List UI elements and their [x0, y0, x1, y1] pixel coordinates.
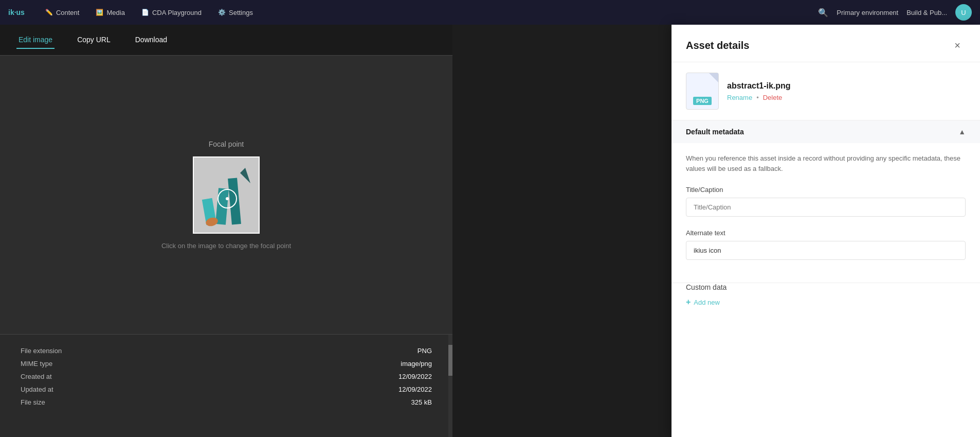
file-extension-row: File extension PNG	[21, 347, 432, 355]
settings-icon: ⚙️	[218, 9, 226, 16]
custom-data-label: Custom data	[686, 283, 966, 291]
add-new-label: Add new	[694, 299, 720, 306]
title-caption-label: Title/Caption	[686, 186, 966, 194]
nav-item-media[interactable]: 🖼️ Media	[96, 9, 124, 16]
environment-label: Primary environment	[837, 9, 898, 16]
focal-point-area: Focal point Click on the image to change…	[0, 56, 452, 334]
copy-url-button[interactable]: Copy URL	[75, 31, 113, 49]
png-badge: PNG	[693, 97, 712, 105]
modal-title: Asset details	[686, 40, 749, 51]
file-info-scrollbar[interactable]	[448, 335, 452, 437]
download-button[interactable]: Download	[133, 31, 169, 49]
close-button[interactable]: ×	[949, 37, 966, 54]
file-extension-value: PNG	[418, 347, 432, 355]
file-info-section: File extension PNG MIME type image/png C…	[0, 334, 452, 437]
title-caption-field-group: Title/Caption	[686, 186, 966, 217]
asset-file-header: PNG abstract1-ik.png Rename • Delete	[672, 62, 980, 120]
search-icon[interactable]: 🔍	[818, 8, 828, 18]
asset-file-info: abstract1-ik.png Rename • Delete	[727, 81, 966, 101]
created-at-value: 12/09/2022	[398, 373, 432, 380]
asset-filename: abstract1-ik.png	[727, 81, 966, 91]
chevron-up-icon: ▲	[958, 128, 966, 136]
nav-item-settings[interactable]: ⚙️ Settings	[218, 9, 253, 16]
metadata-section-title: Default metadata	[686, 128, 744, 136]
focal-instruction: Click on the image to change the focal p…	[161, 242, 291, 250]
add-new-button[interactable]: + Add new	[686, 298, 966, 307]
edit-image-button[interactable]: Edit image	[16, 31, 55, 49]
focal-point-label: Focal point	[209, 140, 244, 148]
created-at-label: Created at	[21, 373, 52, 380]
logo: ik·us	[8, 8, 25, 16]
nav-item-cda[interactable]: 📄 CDA Playground	[141, 9, 202, 16]
file-size-value: 325 kB	[411, 398, 432, 406]
file-icon-fold	[709, 73, 718, 82]
content-icon: ✏️	[45, 9, 53, 16]
file-info-scrollbar-thumb	[448, 345, 452, 376]
created-at-row: Created at 12/09/2022	[21, 373, 432, 380]
focal-point-image[interactable]	[193, 156, 260, 234]
custom-data-section: Custom data + Add new	[672, 283, 980, 319]
file-size-label: File size	[21, 398, 45, 406]
modal-body[interactable]: PNG abstract1-ik.png Rename • Delete Def…	[672, 62, 980, 437]
default-metadata-section: Default metadata ▲ When you reference th…	[672, 120, 980, 283]
metadata-description: When you reference this asset inside a r…	[686, 153, 966, 173]
title-caption-input[interactable]	[686, 198, 966, 217]
metadata-section-body: When you reference this asset inside a r…	[672, 143, 980, 283]
metadata-section-header[interactable]: Default metadata ▲	[672, 120, 980, 143]
alternate-text-field-group: Alternate text	[686, 229, 966, 260]
asset-details-modal: Asset details × PNG abstract1-ik.png Ren…	[672, 25, 980, 437]
mime-type-label: MIME type	[21, 360, 52, 368]
avatar[interactable]: U	[955, 4, 972, 21]
file-extension-label: File extension	[21, 347, 62, 355]
delete-button[interactable]: Delete	[763, 94, 783, 101]
editor-toolbar: Edit image Copy URL Download	[0, 25, 452, 56]
action-separator: •	[756, 94, 759, 101]
mime-type-value: image/png	[401, 360, 432, 368]
rename-button[interactable]: Rename	[727, 94, 752, 101]
alternate-text-input[interactable]	[686, 241, 966, 260]
file-size-row: File size 325 kB	[21, 398, 432, 406]
updated-at-value: 12/09/2022	[398, 386, 432, 393]
top-navigation: ik·us ✏️ Content 🖼️ Media 📄 CDA Playgrou…	[0, 0, 980, 25]
svg-point-7	[226, 197, 229, 200]
build-button[interactable]: Build & Pub...	[906, 9, 947, 16]
file-type-icon: PNG	[686, 73, 719, 110]
alternate-text-label: Alternate text	[686, 229, 966, 237]
add-icon: +	[686, 298, 691, 307]
nav-item-content[interactable]: ✏️ Content	[45, 9, 80, 16]
updated-at-row: Updated at 12/09/2022	[21, 386, 432, 393]
asset-actions: Rename • Delete	[727, 94, 966, 101]
mime-type-row: MIME type image/png	[21, 360, 432, 368]
media-icon: 🖼️	[96, 9, 103, 16]
updated-at-label: Updated at	[21, 386, 53, 393]
nav-right-section: 🔍 Primary environment Build & Pub... U	[818, 4, 972, 21]
modal-header: Asset details ×	[672, 25, 980, 62]
image-editor-panel: Edit image Copy URL Download Focal point…	[0, 25, 452, 437]
cda-icon: 📄	[141, 9, 149, 16]
asset-preview-svg	[194, 158, 260, 234]
